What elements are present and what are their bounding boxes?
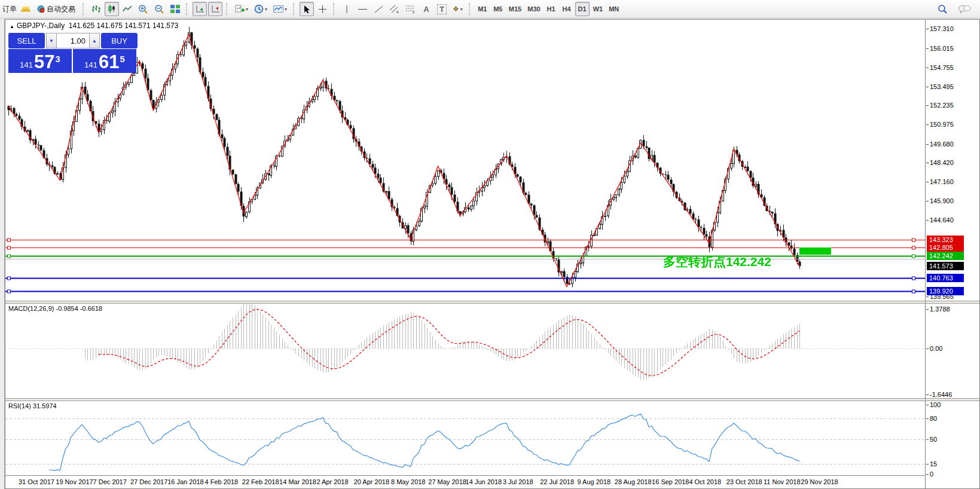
vertical-line-tool-button[interactable] bbox=[340, 2, 354, 16]
buy-button[interactable]: BUY bbox=[101, 33, 138, 48]
autotrading-button[interactable]: 自动交易 bbox=[34, 2, 79, 16]
date-label: 27 Dec 2017 bbox=[130, 478, 167, 485]
toolbar-grip[interactable] bbox=[333, 3, 336, 15]
zoom-in-button[interactable] bbox=[136, 2, 151, 16]
date-axis[interactable]: 31 Oct 201719 Nov 20177 Dec 201727 Dec 2… bbox=[5, 475, 925, 489]
timeframe-button-m1[interactable]: M1 bbox=[475, 2, 490, 16]
timeframe-button-h1[interactable]: H1 bbox=[544, 2, 558, 16]
price-tick: 154.755 bbox=[930, 64, 954, 71]
line-chart-icon bbox=[123, 5, 132, 13]
timeframe-button-m30[interactable]: M30 bbox=[525, 2, 542, 16]
macd-tick: -1.6446 bbox=[930, 391, 952, 398]
tile-windows-button[interactable] bbox=[168, 2, 182, 16]
chart-window: 31 Oct 201719 Nov 20177 Dec 201727 Dec 2… bbox=[5, 19, 980, 489]
ohlc-values: 141.625 141.675 141.571 141.573 bbox=[69, 22, 179, 30]
toolbar-right-group bbox=[935, 2, 980, 16]
date-label: 4 Oct 2018 bbox=[689, 478, 721, 485]
macd-tick: 1.3788 bbox=[930, 305, 950, 313]
timeframe-group: M1M5M15M30H1H4D1W1MN bbox=[475, 2, 622, 16]
equidistant-channel-tool-button[interactable]: E bbox=[387, 2, 402, 16]
arrows-icon: ❖ bbox=[453, 5, 459, 13]
arrows-tool-button[interactable]: ❖ ▾ bbox=[450, 2, 465, 16]
text-label-tool-button[interactable]: T bbox=[435, 2, 449, 16]
text-label-icon: T bbox=[437, 4, 447, 14]
gold-ingot-icon[interactable] bbox=[19, 2, 33, 16]
timeframe-button-mn[interactable]: MN bbox=[606, 2, 621, 16]
trendline-tool-button[interactable] bbox=[371, 2, 386, 16]
text-tool-button[interactable]: A bbox=[419, 2, 433, 16]
date-label: 2 Apr 2018 bbox=[316, 478, 348, 485]
rsi-pane[interactable] bbox=[5, 401, 925, 475]
ask-price-display[interactable]: 141 61 5 bbox=[73, 49, 136, 73]
ingot-shape bbox=[21, 7, 30, 12]
volume-input[interactable] bbox=[57, 33, 89, 48]
channel-icon: E bbox=[389, 4, 399, 14]
one-click-trade-panel: SELL ▼ ▲ BUY 141 57 3 141 61 5 bbox=[8, 33, 138, 73]
crosshair-button[interactable] bbox=[315, 2, 329, 16]
symbol-label: GBPJPY-,Daily bbox=[17, 22, 65, 30]
line-chart-button[interactable] bbox=[120, 2, 135, 16]
cursor-button[interactable] bbox=[300, 2, 314, 16]
toolbar-grip[interactable] bbox=[469, 3, 472, 15]
new-order-button[interactable]: 订单 bbox=[2, 4, 17, 14]
candlestick-chart-button[interactable] bbox=[105, 2, 119, 16]
macd-tick: 0.00 bbox=[930, 345, 942, 352]
timeframe-button-m5[interactable]: M5 bbox=[491, 2, 505, 16]
price-tick: 156.015 bbox=[930, 45, 954, 52]
toolbar-grip[interactable] bbox=[226, 3, 229, 15]
macd-pane[interactable] bbox=[5, 304, 925, 398]
templates-button[interactable]: ▾ bbox=[271, 2, 289, 16]
toolbar-grip[interactable] bbox=[293, 3, 296, 15]
date-label: 28 Aug 2018 bbox=[615, 478, 652, 485]
main-toolbar: 订单 自动交易 bbox=[0, 0, 980, 19]
candlestick-chart-icon bbox=[108, 5, 116, 13]
cursor-icon bbox=[303, 5, 311, 14]
clock-icon bbox=[254, 4, 264, 14]
timeframe-button-d1[interactable]: D1 bbox=[575, 2, 590, 16]
indicators-icon bbox=[235, 5, 245, 14]
toolbar-grip[interactable] bbox=[186, 3, 189, 15]
auto-scroll-button[interactable] bbox=[193, 2, 207, 16]
date-label: 9 Aug 2018 bbox=[578, 478, 611, 485]
volume-up-button[interactable]: ▲ bbox=[89, 33, 100, 48]
date-label: 16 Jan 2018 bbox=[167, 478, 204, 485]
timeframe-button-m15[interactable]: M15 bbox=[506, 2, 524, 16]
bid-prefix: 141 bbox=[20, 59, 33, 71]
date-label: 23 Oct 2018 bbox=[726, 478, 762, 485]
date-label: 4 Feb 2018 bbox=[205, 478, 239, 485]
date-label: 19 Nov 2017 bbox=[56, 478, 93, 485]
zoom-in-icon bbox=[138, 4, 148, 14]
price-chart-pane[interactable] bbox=[5, 20, 925, 301]
tile-windows-icon bbox=[170, 5, 180, 13]
periods-button[interactable]: ▾ bbox=[252, 2, 270, 16]
price-tick: 150.975 bbox=[930, 121, 954, 128]
price-tick: 148.420 bbox=[930, 159, 954, 166]
zoom-out-button[interactable] bbox=[152, 2, 167, 16]
sell-button[interactable]: SELL bbox=[8, 33, 45, 48]
rsi-tick: 100 bbox=[930, 401, 941, 408]
trendline-icon bbox=[374, 5, 383, 14]
svg-text:E: E bbox=[396, 10, 399, 14]
price-level-badge: 143.323 bbox=[927, 236, 964, 244]
fibonacci-tool-button[interactable]: F bbox=[403, 2, 418, 16]
indicators-button[interactable]: ▾ bbox=[233, 2, 251, 16]
date-label: 14 Jun 2018 bbox=[466, 478, 502, 485]
timeframe-button-w1[interactable]: W1 bbox=[591, 2, 606, 16]
toolbar-grip[interactable] bbox=[83, 3, 86, 15]
autotrading-label: 自动交易 bbox=[47, 4, 75, 14]
chat-icon bbox=[958, 4, 971, 14]
bar-chart-button[interactable] bbox=[89, 2, 103, 16]
price-tick: 153.495 bbox=[930, 83, 954, 90]
horizontal-line-tool-button[interactable] bbox=[355, 2, 370, 16]
volume-down-button[interactable]: ▼ bbox=[46, 33, 57, 48]
price-tick: 147.160 bbox=[930, 178, 954, 185]
chart-shift-button[interactable] bbox=[208, 2, 222, 16]
chart-text-annotation[interactable]: 多空转折点142.242 bbox=[663, 253, 771, 270]
price-axis[interactable]: 157.310156.015154.755153.495152.235150.9… bbox=[925, 20, 979, 488]
search-button[interactable] bbox=[935, 2, 950, 16]
collapse-arrow-icon[interactable]: ▲ bbox=[10, 24, 14, 29]
date-label: 31 Oct 2017 bbox=[19, 478, 54, 485]
timeframe-button-h4[interactable]: H4 bbox=[560, 2, 574, 16]
bid-price-display[interactable]: 141 57 3 bbox=[8, 49, 72, 73]
chat-button[interactable] bbox=[955, 2, 973, 16]
